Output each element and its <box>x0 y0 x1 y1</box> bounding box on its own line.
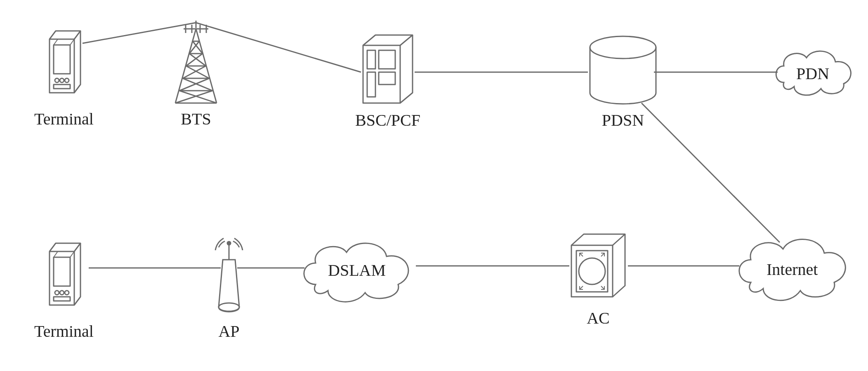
diagram-stage: Terminal BTS <box>0 0 868 371</box>
svg-rect-38 <box>54 297 70 301</box>
svg-point-36 <box>60 291 64 295</box>
svg-rect-42 <box>576 251 608 292</box>
bsc-pcf-label: BSC/PCF <box>347 110 429 130</box>
ac-icon <box>567 231 631 301</box>
pdsn-label: PDSN <box>594 110 652 130</box>
connection-lines <box>0 0 868 371</box>
svg-line-24 <box>183 66 206 78</box>
ac-label: AC <box>580 308 617 328</box>
internet-label: Internet <box>767 260 818 279</box>
svg-point-41 <box>219 303 239 311</box>
dslam-label: DSLAM <box>328 261 386 280</box>
line-pdsn-internet <box>642 103 780 242</box>
bts-icon <box>163 21 229 107</box>
svg-line-27 <box>179 91 217 103</box>
svg-line-23 <box>186 66 209 78</box>
svg-rect-32 <box>379 72 395 85</box>
pdsn-icon <box>586 35 660 107</box>
svg-rect-34 <box>54 257 70 286</box>
bts-label: BTS <box>173 109 219 129</box>
svg-rect-29 <box>367 50 375 69</box>
terminal1-icon <box>41 27 87 101</box>
svg-line-28 <box>175 91 212 103</box>
pdn-label: PDN <box>796 64 829 83</box>
svg-point-40 <box>227 242 231 245</box>
terminal2-icon <box>41 239 87 313</box>
ap-icon <box>210 237 248 315</box>
bsc-pcf-icon <box>359 33 417 107</box>
svg-rect-30 <box>379 50 395 69</box>
svg-point-1 <box>55 78 59 82</box>
svg-point-35 <box>55 291 59 295</box>
terminal1-label: Terminal <box>29 109 99 129</box>
svg-line-26 <box>179 78 209 91</box>
svg-rect-4 <box>54 85 70 89</box>
svg-point-33 <box>590 36 656 59</box>
ap-label: AP <box>210 322 248 341</box>
svg-line-25 <box>183 78 212 91</box>
terminal2-label: Terminal <box>29 322 99 341</box>
svg-point-43 <box>579 258 605 284</box>
svg-point-2 <box>60 78 64 82</box>
svg-rect-0 <box>54 45 70 74</box>
svg-point-37 <box>65 291 69 295</box>
svg-point-3 <box>65 78 69 82</box>
svg-rect-31 <box>367 72 375 97</box>
